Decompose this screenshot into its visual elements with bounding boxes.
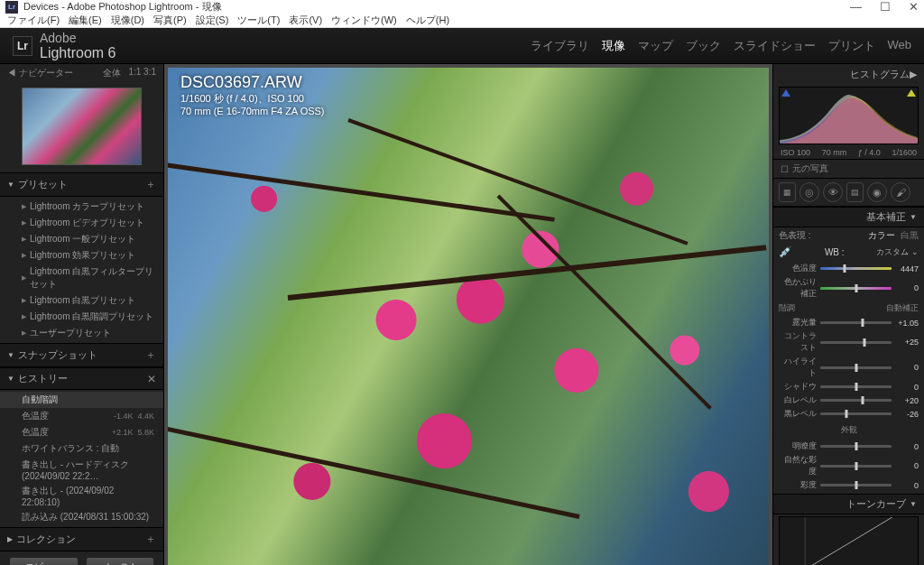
history-item[interactable]: 読み込み (2024/08/31 15:00:32) bbox=[0, 509, 163, 525]
history-item[interactable]: 書き出し - (2024/09/02 22:08:10) bbox=[0, 483, 163, 509]
module-web[interactable]: Web bbox=[888, 38, 912, 54]
menu-edit[interactable]: 編集(E) bbox=[69, 14, 102, 27]
navigator-preview[interactable] bbox=[22, 88, 142, 165]
history-item[interactable]: 色温度+2.1K 5.8K bbox=[0, 424, 163, 440]
minimize-button[interactable]: — bbox=[850, 0, 862, 14]
white-slider[interactable] bbox=[820, 399, 892, 402]
clarity-slider[interactable] bbox=[820, 445, 892, 448]
history-list: 自動階調 色温度-1.4K 4.4K 色温度+2.1K 5.8K ホワイトバラン… bbox=[0, 390, 163, 527]
presence-title: 外観 bbox=[773, 422, 924, 438]
module-map[interactable]: マップ bbox=[638, 38, 673, 54]
wb-picker-icon[interactable]: 💉 bbox=[779, 245, 792, 258]
tonecurve-panel-header[interactable]: トーンカーブ▼ bbox=[773, 494, 924, 514]
filename: DSC03697.ARW bbox=[180, 73, 325, 92]
histogram-header[interactable]: ヒストグラム▶ bbox=[773, 64, 924, 85]
radial-tool[interactable]: ◉ bbox=[867, 182, 887, 202]
titlebar: Lr Devices - Adobe Photoshop Lightroom -… bbox=[0, 0, 924, 14]
preset-item[interactable]: ▶Lightroom カラープリセット bbox=[0, 199, 163, 215]
menu-help[interactable]: ヘルプ(H) bbox=[406, 14, 449, 27]
contrast-slider[interactable] bbox=[820, 341, 892, 344]
lens-line: 70 mm (E 16-70mm F4 ZA OSS) bbox=[180, 106, 325, 116]
exposure-slider[interactable] bbox=[820, 321, 892, 324]
module-library[interactable]: ライブラリ bbox=[531, 38, 589, 54]
tone-curve[interactable] bbox=[779, 516, 919, 565]
menu-photo[interactable]: 写真(P) bbox=[153, 14, 187, 27]
nav-fit[interactable]: 全体 bbox=[103, 67, 121, 79]
copy-button[interactable]: コピー… bbox=[9, 557, 79, 565]
history-item[interactable]: 色温度-1.4K 4.4K bbox=[0, 408, 163, 424]
snapshot-panel-header[interactable]: ▼スナップショット＋ bbox=[0, 343, 163, 367]
paste-button[interactable]: ペースト bbox=[86, 557, 155, 565]
temp-slider[interactable] bbox=[820, 267, 892, 270]
shadow-clip-icon[interactable] bbox=[781, 89, 790, 97]
lightroom-logo: Lr bbox=[13, 36, 32, 56]
basic-panel-header[interactable]: 基本補正▼ bbox=[773, 207, 924, 227]
history-item[interactable]: 書き出し - ハードディスク (2024/09/02 22:2… bbox=[0, 457, 163, 483]
saturation-slider[interactable] bbox=[820, 484, 892, 486]
navigator-title: ◀ ナビゲーター bbox=[7, 67, 73, 79]
svg-line-0 bbox=[805, 517, 892, 565]
histogram[interactable] bbox=[779, 87, 919, 144]
app-name: AdobeLightroom 6 bbox=[40, 31, 116, 61]
preset-item[interactable]: ▶Lightroom ビデオプリセット bbox=[0, 215, 163, 231]
menu-window[interactable]: ウィンドウ(W) bbox=[331, 14, 397, 27]
wb-dropdown[interactable]: カスタム ⌄ bbox=[876, 246, 919, 258]
image-canvas[interactable]: DSC03697.ARW 1/1600 秒 (f / 4.0)、ISO 100 … bbox=[168, 68, 769, 565]
treatment-row: 色表現 : カラー 白黒 bbox=[773, 227, 924, 244]
exposure-line: 1/1600 秒 (f / 4.0)、ISO 100 bbox=[180, 92, 325, 106]
preset-item[interactable]: ▶ユーザープリセット bbox=[0, 325, 163, 341]
preset-item[interactable]: ▶Lightroom 白黒フィルタープリセット bbox=[0, 264, 163, 292]
collection-panel-header[interactable]: ▶コレクション＋ bbox=[0, 527, 163, 551]
wb-label: WB : bbox=[825, 247, 845, 257]
original-toggle[interactable]: ☐元の写真 bbox=[773, 159, 924, 179]
module-bar: Lr AdobeLightroom 6 ライブラリ 現像 マップ ブック スライ… bbox=[0, 28, 924, 64]
treatment-color[interactable]: カラー bbox=[868, 230, 895, 240]
vibrance-slider[interactable] bbox=[820, 465, 892, 468]
nav-ratios[interactable]: 1:1 3:1 bbox=[128, 67, 156, 79]
auto-tone-button[interactable]: 自動補正 bbox=[886, 302, 919, 314]
tint-slider[interactable] bbox=[820, 287, 892, 290]
preset-item[interactable]: ▶Lightroom 効果プリセット bbox=[0, 247, 163, 264]
presets-list: ▶Lightroom カラープリセット ▶Lightroom ビデオプリセット … bbox=[0, 197, 163, 343]
presets-panel-header[interactable]: ▼プリセット＋ bbox=[0, 172, 163, 197]
menubar: ファイル(F) 編集(E) 現像(D) 写真(P) 設定(S) ツール(T) 表… bbox=[0, 14, 924, 28]
menu-settings[interactable]: 設定(S) bbox=[196, 14, 229, 27]
module-develop[interactable]: 現像 bbox=[602, 38, 625, 54]
app-icon: Lr bbox=[5, 1, 18, 14]
close-button[interactable]: ✕ bbox=[909, 0, 919, 14]
brush-tool[interactable]: 🖌 bbox=[891, 182, 910, 202]
photo bbox=[168, 68, 769, 565]
window-title: Devices - Adobe Photoshop Lightroom - 現像 bbox=[23, 0, 222, 14]
preset-item[interactable]: ▶Lightroom 一般プリセット bbox=[0, 231, 163, 247]
histogram-exif: ISO 10070 mmƒ / 4.01/1600 bbox=[773, 146, 924, 159]
menu-file[interactable]: ファイル(F) bbox=[7, 14, 60, 27]
history-panel-header[interactable]: ▼ヒストリー✕ bbox=[0, 367, 163, 390]
highlight-slider[interactable] bbox=[820, 366, 892, 369]
treatment-bw[interactable]: 白黒 bbox=[901, 230, 919, 240]
grad-tool[interactable]: ▤ bbox=[846, 182, 864, 202]
spot-tool[interactable]: ◎ bbox=[799, 182, 819, 202]
highlight-clip-icon[interactable] bbox=[907, 89, 916, 97]
tone-title: 階調 bbox=[779, 302, 795, 314]
menu-view[interactable]: 表示(V) bbox=[289, 14, 322, 27]
redeye-tool[interactable]: 👁 bbox=[823, 182, 843, 202]
preset-item[interactable]: ▶Lightroom 白黒階調プリセット bbox=[0, 309, 163, 325]
menu-tools[interactable]: ツール(T) bbox=[237, 14, 280, 27]
preset-item[interactable]: ▶Lightroom 白黒プリセット bbox=[0, 292, 163, 309]
crop-tool[interactable]: ▦ bbox=[779, 182, 796, 202]
maximize-button[interactable]: ☐ bbox=[880, 0, 891, 14]
module-book[interactable]: ブック bbox=[686, 38, 721, 54]
menu-develop[interactable]: 現像(D) bbox=[111, 14, 144, 27]
history-item[interactable]: ホワイトバランス : 自動 bbox=[0, 440, 163, 457]
history-item[interactable]: 自動階調 bbox=[0, 392, 163, 408]
image-metadata-overlay: DSC03697.ARW 1/1600 秒 (f / 4.0)、ISO 100 … bbox=[180, 73, 325, 116]
module-print[interactable]: プリント bbox=[828, 38, 875, 54]
shadow-slider[interactable] bbox=[820, 385, 892, 388]
module-slideshow[interactable]: スライドショー bbox=[734, 38, 816, 54]
black-slider[interactable] bbox=[820, 412, 892, 415]
